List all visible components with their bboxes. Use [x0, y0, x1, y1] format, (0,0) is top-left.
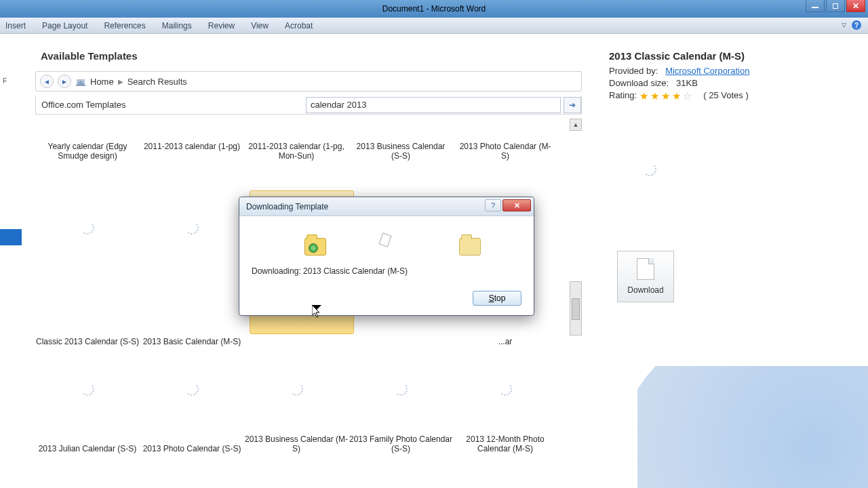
ribbon-tabs: Insert Page Layout References Mailings R…	[0, 18, 868, 34]
stop-button[interactable]: Stop	[473, 291, 521, 306]
template-label: 2013 Julian Calendar (S-S)	[35, 444, 140, 453]
template-item[interactable]: Classic 2013 Calendar (S-S)	[35, 190, 140, 346]
provider-link[interactable]: Microsoft Corporation	[665, 66, 749, 76]
star-icon: ★	[661, 91, 672, 102]
minimize-button[interactable]	[806, 0, 825, 12]
dialog-title: Downloading Template	[246, 202, 328, 211]
template-label: 2013 Basic Calendar (M-S)	[140, 337, 244, 346]
template-label: 2013 Family Photo Calendar (S-S)	[349, 434, 453, 453]
breadcrumb-home[interactable]: Home	[90, 77, 114, 87]
template-thumb-loading	[60, 359, 115, 420]
template-item[interactable]: 2013 Business Calendar (M-S)	[244, 352, 349, 453]
template-item[interactable]: 2011-2013 calendar (1-pg, Mon-Sun)	[244, 142, 349, 182]
chevron-right-icon: ▶	[118, 78, 123, 85]
template-label-partial: ...ar	[453, 337, 557, 346]
cursor-icon	[312, 305, 321, 317]
star-icon: ★	[672, 91, 683, 102]
downloading-item: 2013 Classic Calendar (M-S)	[303, 266, 408, 276]
minimize-icon	[812, 7, 818, 8]
ribbon-tab-review[interactable]: Review	[208, 21, 235, 30]
template-label: 2013 Photo Calendar (M-S)	[460, 142, 551, 161]
download-button[interactable]: Download	[617, 251, 674, 302]
template-label: 2013 Business Calendar (M-S)	[244, 434, 349, 453]
template-details-panel: 2013 Classic Calendar (M-S) Provided by:…	[601, 43, 859, 477]
spinner-icon	[290, 382, 303, 396]
template-item[interactable]: Yearly calendar (Edgy Smudge design)	[35, 142, 140, 182]
provider-row: Provided by: Microsoft Corporation	[609, 66, 850, 76]
close-icon: ✕	[852, 1, 859, 11]
template-label: Yearly calendar (Edgy Smudge design)	[48, 142, 127, 161]
template-label: 2013 12-Month Photo Calendar (M-S)	[453, 434, 557, 453]
scrollbar[interactable]	[570, 281, 582, 336]
star-icon: ★	[639, 91, 650, 102]
template-row: Yearly calendar (Edgy Smudge design) 201…	[35, 142, 571, 182]
star-icon: ★	[650, 91, 661, 102]
template-label: 2011-2013 calendar (1-pg)	[144, 142, 240, 151]
dialog-titlebar[interactable]: Downloading Template ? ✕	[239, 197, 534, 216]
template-item[interactable]: 2013 Julian Calendar (S-S)	[35, 352, 140, 453]
spinner-icon	[185, 221, 199, 235]
spinner-icon	[394, 382, 408, 396]
ribbon-tab-references[interactable]: References	[104, 21, 145, 30]
dialog-help-button[interactable]: ?	[485, 199, 501, 211]
template-label: Classic 2013 Calendar (S-S)	[35, 337, 140, 346]
dialog-controls: ? ✕	[485, 199, 531, 211]
template-item[interactable]: 2011-2013 calendar (1-pg)	[140, 142, 244, 182]
section-title: Available Templates	[41, 50, 590, 62]
window-controls: ✕	[806, 0, 865, 12]
rating-stars: ★ ★ ★ ★ ☆	[639, 91, 694, 102]
provided-by-label: Provided by:	[609, 66, 658, 76]
maximize-button[interactable]	[826, 0, 845, 12]
template-item[interactable]: 2013 Family Photo Calendar (S-S)	[349, 352, 453, 453]
ribbon-tab-acrobat[interactable]: Acrobat	[285, 21, 313, 30]
download-size-label: Download size:	[609, 78, 669, 88]
dialog-close-button[interactable]: ✕	[502, 199, 531, 211]
scroll-up-button[interactable]: ▲	[570, 119, 582, 131]
spinner-icon	[81, 221, 94, 235]
ribbon-tab-page-layout[interactable]: Page Layout	[42, 21, 87, 30]
backstage-selected-indicator	[0, 229, 22, 245]
downloading-dialog: Downloading Template ? ✕ Downloading: 20…	[239, 197, 534, 316]
spinner-icon	[498, 382, 512, 396]
home-icon[interactable]	[75, 77, 86, 86]
template-search-row: Office.com Templates ➔	[35, 96, 582, 115]
downloading-label: Downloading:	[252, 266, 301, 276]
template-thumb-loading	[478, 359, 532, 420]
template-name: 2013 Classic Calendar (M-S)	[609, 50, 850, 62]
template-item[interactable]: 2013 Business Calendar (S-S)	[349, 142, 453, 182]
template-item[interactable]: 2013 Photo Calendar (S-S)	[140, 352, 244, 453]
download-button-label: Download	[627, 285, 663, 295]
nav-back-button[interactable]: ◄	[40, 75, 54, 88]
template-thumb-loading	[165, 197, 219, 258]
template-item[interactable]: 2013 Basic Calendar (M-S)	[140, 190, 244, 346]
nav-forward-button[interactable]: ►	[58, 75, 71, 88]
ribbon-tab-view[interactable]: View	[251, 21, 269, 30]
spinner-icon	[185, 382, 199, 396]
breadcrumb-current[interactable]: Search Results	[127, 77, 187, 87]
file-tab-fragment: F	[3, 77, 7, 85]
template-label: 2013 Photo Calendar (S-S)	[140, 444, 244, 453]
ribbon-tab-mailings[interactable]: Mailings	[162, 21, 192, 30]
votes-count: ( 25 Votes )	[703, 90, 748, 100]
template-item[interactable]: 2013 Photo Calendar (M-S)	[453, 142, 557, 182]
ribbon-tab-insert[interactable]: Insert	[5, 21, 26, 30]
template-search-input[interactable]	[306, 97, 561, 113]
globe-icon	[309, 243, 318, 253]
scroll-thumb[interactable]	[572, 298, 580, 320]
close-button[interactable]: ✕	[846, 0, 865, 12]
template-item[interactable]: 2013 12-Month Photo Calendar (M-S)	[453, 352, 557, 453]
rating-label: Rating:	[609, 90, 637, 100]
template-thumb-loading	[60, 197, 115, 258]
document-icon	[637, 258, 654, 280]
template-thumb-loading	[165, 359, 219, 420]
ribbon-collapse-icon[interactable]: ▽	[842, 22, 846, 28]
search-label: Office.com Templates	[36, 100, 306, 110]
backstage-nav: F	[0, 34, 22, 488]
maximize-icon	[833, 3, 838, 9]
download-animation	[252, 231, 521, 264]
template-thumb-loading	[374, 359, 428, 420]
search-go-button[interactable]: ➔	[564, 97, 581, 113]
breadcrumb: ◄ ► Home ▶ Search Results	[35, 71, 582, 92]
help-icon[interactable]: ?	[852, 20, 861, 30]
template-label: 2011-2013 calendar (1-pg, Mon-Sun)	[248, 142, 344, 161]
